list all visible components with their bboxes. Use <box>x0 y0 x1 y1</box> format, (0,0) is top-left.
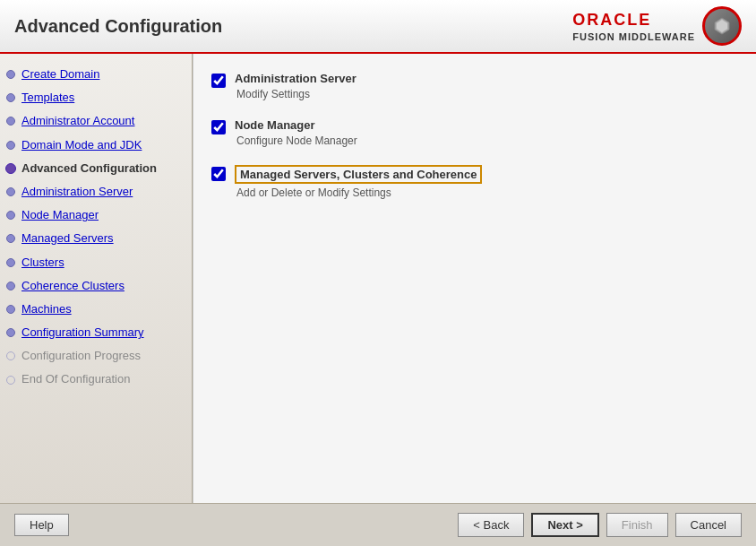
help-button[interactable]: Help <box>14 514 69 536</box>
oracle-brand: ORACLE <box>572 11 695 30</box>
option-administration-server: Administration Server Modify Settings <box>211 72 738 100</box>
option-node-manager: Node Manager Configure Node Manager <box>211 118 738 147</box>
oracle-icon <box>702 6 742 46</box>
sidebar-item-coherence-clusters[interactable]: Coherence Clusters <box>0 274 192 298</box>
sidebar-item-node-manager[interactable]: Node Manager <box>0 204 192 227</box>
sidebar-label-coherence-clusters: Coherence Clusters <box>21 278 125 294</box>
sidebar-item-administrator-account[interactable]: Administrator Account <box>0 109 192 133</box>
finish-button: Finish <box>606 513 668 537</box>
header: Advanced Configuration ORACLE FUSION MID… <box>0 0 756 54</box>
sidebar: Create Domain Templates Administrator Ac… <box>0 54 193 503</box>
page-title: Advanced Configuration <box>14 16 222 37</box>
sidebar-label-domain-mode-jdk: Domain Mode and JDK <box>21 137 142 153</box>
option-subtitle-administration-server: Modify Settings <box>236 88 357 100</box>
sidebar-label-configuration-progress: Configuration Progress <box>21 348 141 364</box>
sidebar-label-machines: Machines <box>21 301 72 317</box>
back-button[interactable]: < Back <box>458 513 524 537</box>
sidebar-item-advanced-configuration[interactable]: Advanced Configuration <box>0 157 192 180</box>
sidebar-label-administration-server: Administration Server <box>21 184 133 200</box>
checkbox-managed-servers-clusters-coherence[interactable] <box>211 167 226 181</box>
content-scroll: Administration Server Modify Settings No… <box>193 54 756 503</box>
checkbox-node-manager[interactable] <box>211 120 226 134</box>
oracle-sub: FUSION MIDDLEWARE <box>572 31 695 42</box>
sidebar-item-templates[interactable]: Templates <box>0 86 192 109</box>
sidebar-item-end-of-configuration: End Of Configuration <box>0 368 192 391</box>
cancel-button[interactable]: Cancel <box>675 513 742 537</box>
option-title-administration-server: Administration Server <box>235 72 357 85</box>
sidebar-item-domain-mode-jdk[interactable]: Domain Mode and JDK <box>0 134 192 157</box>
sidebar-label-node-manager: Node Manager <box>21 207 99 223</box>
sidebar-item-administration-server[interactable]: Administration Server <box>0 180 192 204</box>
option-title-managed-servers-clusters-coherence: Managed Servers, Clusters and Coherence <box>235 165 482 184</box>
content-area: Administration Server Modify Settings No… <box>193 54 756 503</box>
sidebar-label-create-domain: Create Domain <box>21 66 99 82</box>
option-subtitle-managed-servers-clusters-coherence: Add or Delete or Modify Settings <box>236 186 482 199</box>
sidebar-item-machines[interactable]: Machines <box>0 298 192 321</box>
option-managed-servers-clusters-coherence: Managed Servers, Clusters and Coherence … <box>211 165 738 199</box>
sidebar-item-configuration-summary[interactable]: Configuration Summary <box>0 321 192 344</box>
sidebar-label-advanced-configuration: Advanced Configuration <box>21 160 157 177</box>
sidebar-item-create-domain[interactable]: Create Domain <box>0 63 192 86</box>
sidebar-item-configuration-progress: Configuration Progress <box>0 344 192 368</box>
next-button[interactable]: Next > <box>531 513 598 537</box>
option-subtitle-node-manager: Configure Node Manager <box>236 134 357 147</box>
main-area: Create Domain Templates Administrator Ac… <box>0 54 756 503</box>
checkbox-administration-server[interactable] <box>211 74 226 88</box>
sidebar-label-administrator-account: Administrator Account <box>21 113 134 129</box>
oracle-logo: ORACLE FUSION MIDDLEWARE <box>572 6 742 46</box>
sidebar-label-templates: Templates <box>21 90 74 106</box>
sidebar-label-configuration-summary: Configuration Summary <box>21 325 144 341</box>
sidebar-label-managed-servers: Managed Servers <box>21 230 114 247</box>
sidebar-label-end-of-configuration: End Of Configuration <box>21 371 130 387</box>
sidebar-item-clusters[interactable]: Clusters <box>0 251 192 274</box>
sidebar-label-clusters: Clusters <box>21 255 64 271</box>
footer: Help < Back Next > Finish Cancel <box>0 503 756 546</box>
sidebar-item-managed-servers[interactable]: Managed Servers <box>0 227 192 250</box>
option-title-node-manager: Node Manager <box>235 118 357 132</box>
